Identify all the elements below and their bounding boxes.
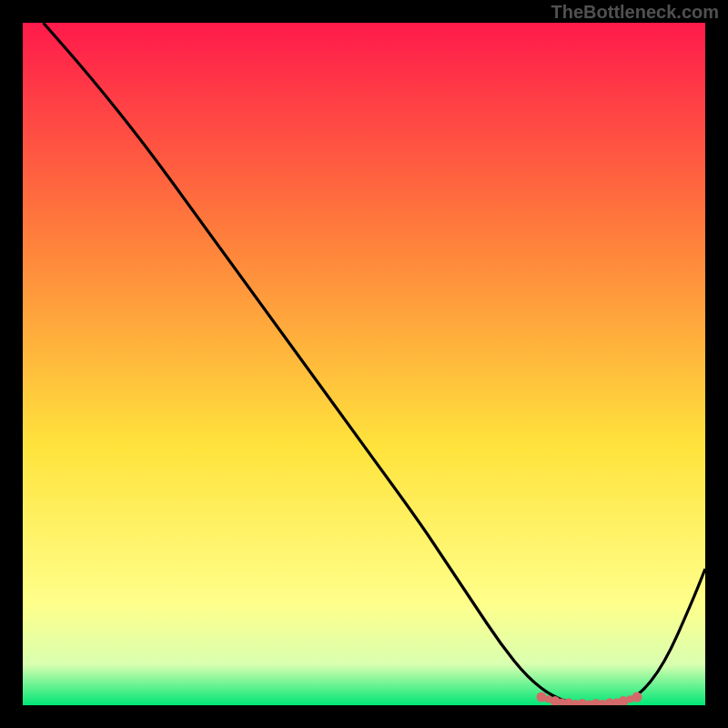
gradient-background	[23, 23, 705, 705]
chart-svg	[23, 23, 705, 705]
chart-canvas: TheBottleneck.com	[0, 0, 728, 728]
watermark-text: TheBottleneck.com	[551, 2, 719, 23]
sweet-spot-dot	[632, 693, 642, 703]
plot-area	[23, 23, 705, 705]
